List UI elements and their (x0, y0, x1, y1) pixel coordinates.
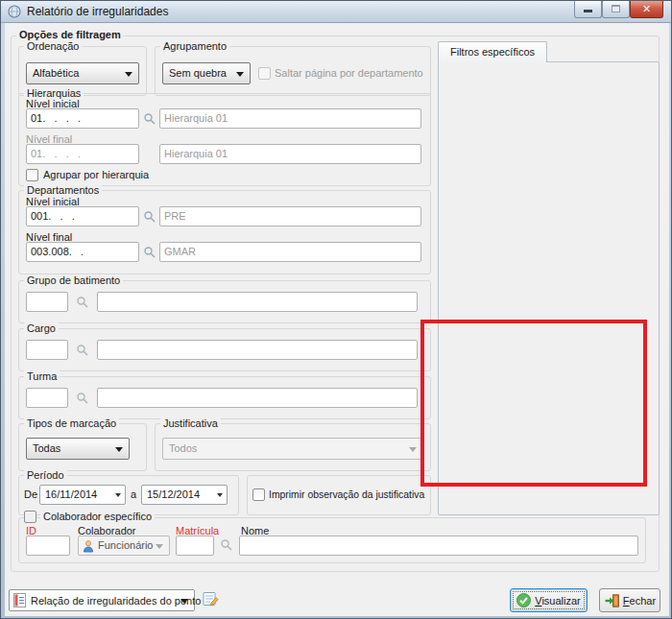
maximize-icon (612, 5, 620, 12)
periodo-label: Período (24, 469, 67, 482)
grupo-batimento-label: Grupo de batimento (24, 274, 123, 287)
nome-input[interactable] (239, 536, 638, 556)
justificativa-label: Justificativa (160, 417, 221, 430)
close-button[interactable]: ✕ (630, 1, 663, 18)
chevron-down-icon (236, 72, 244, 77)
periodo-a-label: a (131, 488, 136, 501)
departamento-nivel-final-input[interactable]: 003.008. . (26, 242, 139, 262)
tipos-marcacao-label: Tipos de marcação (24, 417, 119, 430)
periodo-de-label: De (24, 488, 37, 501)
departamento-nivel-inicial-nome: PRE (159, 206, 421, 226)
cargo-nome (97, 340, 418, 360)
report-combobox[interactable]: Relação de irregularidades do ponto (9, 589, 195, 611)
chevron-down-icon (409, 447, 417, 452)
departamento-nivel-final-nome: GMAR (159, 242, 421, 262)
grupo-batimento-nome (97, 292, 418, 312)
colaborador-especifico-label: Colaborador específico (40, 511, 155, 523)
hierarquia-nivel-inicial-nome: Hierarquia 01 (159, 108, 421, 129)
hierarquia-nivel-final-nome: Hierarquia 01 (159, 144, 421, 164)
data-inicial-picker[interactable]: 16/11/2014 (39, 485, 126, 505)
fechar-label: Fechar (623, 595, 656, 607)
search-icon[interactable] (76, 344, 88, 356)
data-final-value: 15/12/2014 (147, 488, 200, 500)
turma-code-input[interactable] (26, 388, 68, 408)
search-icon[interactable] (76, 296, 88, 308)
dialog-window: Relatório de irregularidades ✕ Opções de… (0, 0, 672, 619)
justificativa-value: Todos (169, 442, 197, 454)
close-icon: ✕ (642, 3, 651, 14)
tab-label: Filtros específicos (450, 46, 535, 58)
minimize-button[interactable] (574, 1, 602, 18)
agrupar-hierarquia-checkbox[interactable] (26, 169, 38, 181)
departamento-nivel-inicial-input[interactable]: 001. . . (26, 206, 139, 226)
chevron-down-icon (217, 493, 223, 497)
window-title: Relatório de irregularidades (27, 5, 168, 18)
visualizar-label: Visualizar (535, 595, 581, 607)
search-icon[interactable] (143, 210, 156, 223)
matricula-input[interactable] (176, 536, 214, 556)
chevron-down-icon (180, 599, 188, 604)
edit-report-button[interactable] (203, 590, 220, 609)
search-icon[interactable] (76, 392, 88, 404)
grupo-batimento-code-input[interactable] (26, 292, 68, 312)
agrupamento-combobox[interactable]: Sem quebra (162, 62, 251, 84)
window-globe-icon (7, 4, 22, 21)
hierarquia-nivel-final-input[interactable]: 01. . . . (26, 144, 139, 164)
tipos-marcacao-combobox[interactable]: Todas (26, 438, 130, 460)
check-circle-icon (516, 593, 531, 607)
saltar-pagina-label: Saltar página por departamento (275, 67, 423, 80)
colaborador-tipo-value: Funcionário (98, 539, 153, 551)
cargo-code-input[interactable] (26, 340, 68, 360)
exit-door-icon (604, 594, 619, 607)
tipos-marcacao-value: Todas (33, 442, 60, 454)
chevron-down-icon (115, 447, 123, 452)
imprimir-observacao-checkbox[interactable] (252, 488, 265, 501)
agrupamento-value: Sem quebra (169, 67, 227, 79)
ordenacao-value: Alfabética (33, 67, 79, 79)
chevron-down-icon (156, 544, 163, 549)
titlebar: Relatório de irregularidades ✕ (1, 1, 672, 23)
search-icon[interactable] (220, 538, 232, 551)
cargo-label: Cargo (24, 322, 59, 335)
colaborador-especifico-checkbox[interactable] (24, 511, 36, 523)
minimize-icon (584, 10, 592, 12)
search-icon[interactable] (143, 112, 156, 125)
data-final-picker[interactable]: 15/12/2014 (141, 485, 228, 505)
id-input[interactable] (26, 536, 70, 556)
annotation-red-rectangle (420, 320, 647, 487)
justificativa-combobox: Todos (162, 438, 423, 460)
agrupamento-label: Agrupamento (160, 40, 229, 53)
hierarquia-nivel-inicial-input[interactable]: 01. . . . (26, 108, 139, 129)
fechar-button[interactable]: Fechar (599, 588, 660, 612)
report-icon (13, 593, 26, 609)
data-inicial-value: 16/11/2014 (45, 488, 97, 500)
turma-label: Turma (24, 370, 60, 383)
person-icon (82, 539, 95, 555)
saltar-pagina-checkbox (258, 67, 271, 80)
turma-nome (97, 388, 418, 408)
ordenacao-label: Ordenação (24, 40, 82, 53)
search-icon[interactable] (143, 246, 156, 258)
colaborador-tipo-combobox: Funcionário (78, 536, 170, 556)
tab-filtros-especificos[interactable]: Filtros específicos (438, 41, 547, 62)
agrupar-hierarquia-label: Agrupar por hierarquia (43, 169, 149, 181)
imprimir-observacao-label: Imprimir observação da justificativa (269, 488, 424, 501)
ordenacao-combobox[interactable]: Alfabética (26, 62, 139, 84)
chevron-down-icon (115, 493, 121, 497)
chevron-down-icon (125, 72, 132, 77)
maximize-button[interactable] (602, 1, 630, 18)
report-combobox-value: Relação de irregularidades do ponto (31, 595, 201, 607)
visualizar-button[interactable]: Visualizar (510, 588, 588, 612)
